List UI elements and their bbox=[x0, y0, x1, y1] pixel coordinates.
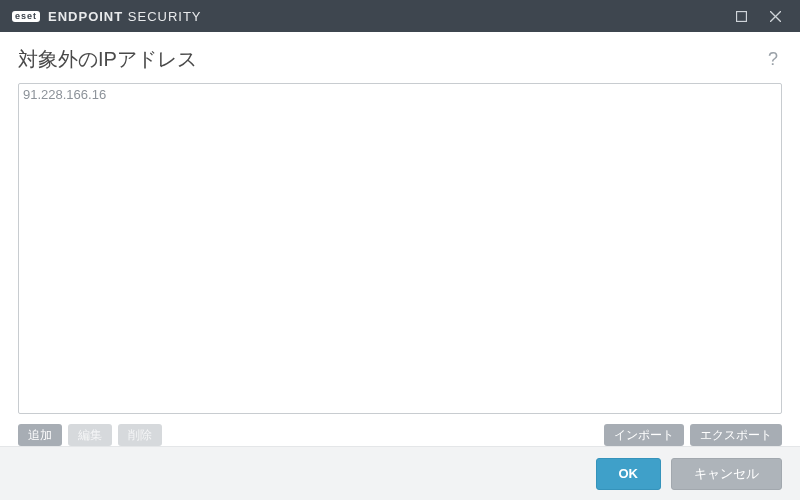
brand-text: ENDPOINT SECURITY bbox=[48, 9, 202, 24]
cancel-button[interactable]: キャンセル bbox=[671, 458, 782, 490]
brand-text-rest: SECURITY bbox=[123, 9, 201, 24]
content-area: 対象外のIPアドレス ? 91.228.166.16 追加 編集 削除 インポー… bbox=[0, 32, 800, 446]
page-title: 対象外のIPアドレス bbox=[18, 46, 197, 73]
ip-exclusion-list[interactable]: 91.228.166.16 bbox=[18, 83, 782, 414]
list-item[interactable]: 91.228.166.16 bbox=[23, 86, 777, 104]
ok-button[interactable]: OK bbox=[596, 458, 662, 490]
help-icon[interactable]: ? bbox=[764, 47, 782, 72]
add-button[interactable]: 追加 bbox=[18, 424, 62, 446]
export-button[interactable]: エクスポート bbox=[690, 424, 782, 446]
close-icon bbox=[770, 11, 781, 22]
maximize-icon bbox=[736, 11, 747, 22]
heading-row: 対象外のIPアドレス ? bbox=[18, 46, 782, 73]
brand-text-bold: ENDPOINT bbox=[48, 9, 123, 24]
list-actions: 追加 編集 削除 インポート エクスポート bbox=[18, 424, 782, 446]
dialog-footer: OK キャンセル bbox=[0, 446, 800, 500]
delete-button[interactable]: 削除 bbox=[118, 424, 162, 446]
maximize-button[interactable] bbox=[724, 0, 758, 32]
brand-logo: eset bbox=[12, 11, 40, 22]
edit-button[interactable]: 編集 bbox=[68, 424, 112, 446]
brand: eset ENDPOINT SECURITY bbox=[12, 9, 202, 24]
import-button[interactable]: インポート bbox=[604, 424, 684, 446]
close-button[interactable] bbox=[758, 0, 792, 32]
titlebar: eset ENDPOINT SECURITY bbox=[0, 0, 800, 32]
svg-rect-0 bbox=[736, 11, 746, 21]
